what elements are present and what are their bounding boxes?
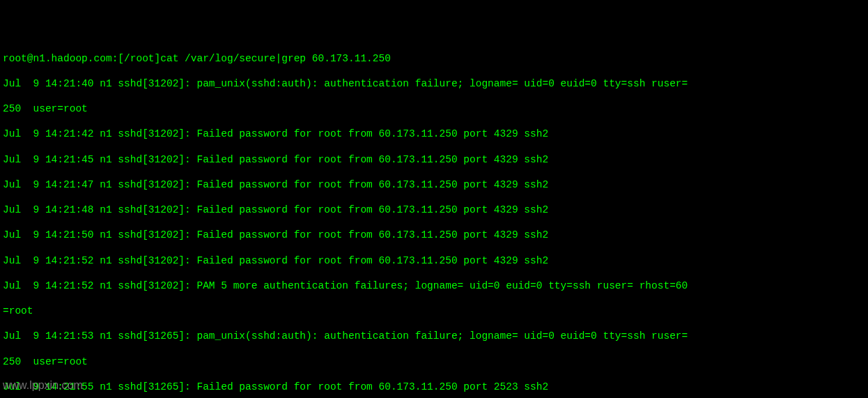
log-line: Jul 9 14:21:50 n1 sshd[31202]: Failed pa… bbox=[3, 229, 865, 241]
log-line: Jul 9 14:21:52 n1 sshd[31202]: PAM 5 mor… bbox=[3, 280, 865, 292]
log-line: Jul 9 14:21:53 n1 sshd[31265]: pam_unix(… bbox=[3, 330, 865, 342]
log-line: Jul 9 14:21:55 n1 sshd[31265]: Failed pa… bbox=[3, 381, 865, 393]
log-line: Jul 9 14:21:45 n1 sshd[31202]: Failed pa… bbox=[3, 153, 865, 166]
log-line: 250 user=root bbox=[3, 102, 865, 115]
log-line: Jul 9 14:21:40 n1 sshd[31202]: pam_unix(… bbox=[3, 77, 865, 90]
log-line: Jul 9 14:21:48 n1 sshd[31202]: Failed pa… bbox=[3, 204, 865, 216]
command-prompt[interactable]: root@n1.hadoop.com:[/root]cat /var/log/s… bbox=[3, 52, 865, 65]
log-line: 250 user=root bbox=[3, 355, 865, 368]
log-line: Jul 9 14:21:47 n1 sshd[31202]: Failed pa… bbox=[3, 178, 865, 191]
log-line: Jul 9 14:21:42 n1 sshd[31202]: Failed pa… bbox=[3, 128, 865, 140]
watermark-text: www.lppxin.com bbox=[3, 378, 83, 392]
log-line: =root bbox=[3, 305, 865, 317]
log-line: Jul 9 14:21:52 n1 sshd[31202]: Failed pa… bbox=[3, 254, 865, 267]
